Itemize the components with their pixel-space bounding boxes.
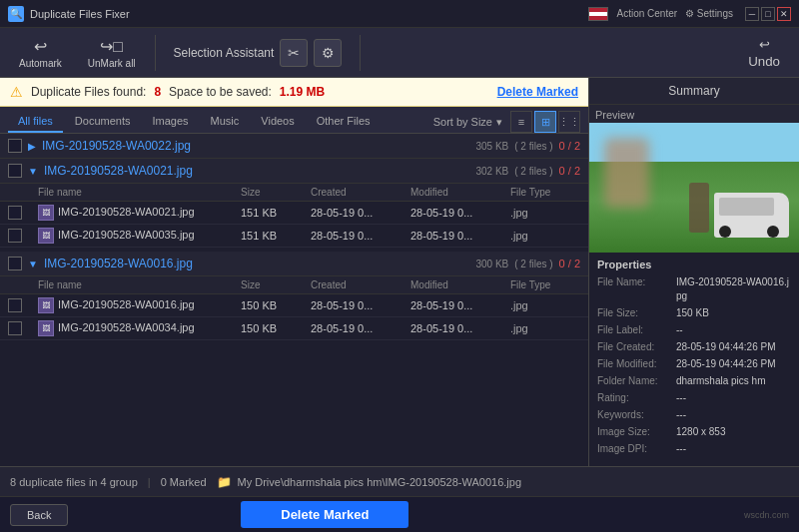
file-checkbox[interactable]	[8, 206, 22, 220]
prop-value-rating: ---	[676, 391, 686, 405]
info-bar: ⚠ Duplicate Files found: 8 Space to be s…	[0, 78, 588, 107]
group3-arrow-icon[interactable]: ▼	[28, 259, 38, 269]
bottom-bar: Back Delete Marked wscdn.com	[0, 496, 799, 532]
col-name-3: File name	[38, 279, 241, 290]
back-button[interactable]: Back	[10, 504, 68, 526]
file-created-cell: 28-05-19 0...	[311, 230, 410, 242]
file-icon: 🖼	[38, 320, 54, 336]
tab-images[interactable]: Images	[142, 111, 198, 133]
col-type-3: File Type	[510, 279, 580, 290]
file-modified-cell: 28-05-19 0...	[410, 322, 510, 334]
file-created-cell: 28-05-19 0...	[311, 299, 410, 311]
view-grid-button[interactable]: ⋮⋮	[558, 111, 580, 133]
undo-icon: ↩	[759, 37, 770, 52]
prop-row-created: File Created: 28-05-19 04:44:26 PM	[597, 340, 791, 354]
col-name-2: File name	[38, 187, 241, 198]
unmark-all-label: UnMark all	[88, 58, 136, 69]
summary-header: Summary	[589, 78, 799, 105]
col-type-2: File Type	[510, 187, 580, 198]
undo-button[interactable]: ↩ Undo	[737, 32, 791, 74]
tab-documents[interactable]: Documents	[65, 111, 141, 133]
delete-marked-link[interactable]: Delete Marked	[497, 85, 578, 99]
prop-value-filelabel: --	[676, 323, 683, 337]
right-panel: Summary Preview Properties	[589, 78, 799, 466]
group1-info: ( 2 files )	[514, 141, 552, 152]
group3-count: 0 / 2	[559, 258, 580, 269]
prop-value-imagesize: 1280 x 853	[676, 425, 726, 439]
file-size-cell: 150 KB	[241, 299, 311, 311]
action-center-link[interactable]: Action Center	[616, 8, 677, 19]
titlebar-controls: Action Center ⚙ Settings ─ □ ✕	[588, 7, 791, 21]
file-size-cell: 150 KB	[241, 322, 311, 334]
file-icon: 🖼	[38, 205, 54, 221]
group2-size: 302 KB	[475, 166, 508, 177]
file-checkbox[interactable]	[8, 321, 22, 335]
group-header-2: ▼ IMG-20190528-WA0021.jpg 302 KB ( 2 fil…	[0, 159, 588, 184]
file-type-cell: .jpg	[510, 322, 580, 334]
group-header-1: ▶ IMG-20190528-WA0022.jpg 305 KB ( 2 fil…	[0, 134, 588, 159]
app-title: Duplicate Files Fixer	[30, 8, 582, 20]
toolbar: ↩ Automark ↪□ UnMark all Selection Assis…	[0, 28, 799, 78]
minimize-button[interactable]: ─	[745, 7, 759, 21]
prop-label-filelabel: File Label:	[597, 323, 672, 337]
prop-label-keywords: Keywords:	[597, 408, 672, 422]
automark-button[interactable]: ↩ Automark	[8, 32, 73, 74]
file-type-cell: .jpg	[510, 299, 580, 311]
view-list-button[interactable]: ≡	[510, 111, 532, 133]
prop-row-imagesize: Image Size: 1280 x 853	[597, 425, 791, 439]
table-row[interactable]: 🖼IMG-20190528-WA0021.jpg 151 KB 28-05-19…	[0, 202, 588, 225]
col-size-2: Size	[241, 187, 311, 198]
col-created-3: Created	[311, 279, 410, 290]
prop-label-filesize: File Size:	[597, 306, 672, 320]
group1-size: 305 KB	[475, 141, 508, 152]
group-info: 8 duplicate files in 4 group	[10, 476, 138, 488]
delete-marked-button[interactable]: Delete Marked	[241, 501, 408, 528]
sort-control: Sort by Size ▾	[433, 116, 502, 129]
file-created-cell: 28-05-19 0...	[311, 322, 410, 334]
sa-wrench-button[interactable]: ⚙	[314, 39, 342, 67]
table-row[interactable]: 🖼IMG-20190528-WA0016.jpg 150 KB 28-05-19…	[0, 294, 588, 317]
tab-other-files[interactable]: Other Files	[307, 111, 381, 133]
file-checkbox[interactable]	[8, 298, 22, 312]
tab-all-files[interactable]: All files	[8, 111, 63, 133]
close-button[interactable]: ✕	[777, 7, 791, 21]
group2-info: ( 2 files )	[514, 166, 552, 177]
col-headers-2: File name Size Created Modified File Typ…	[0, 184, 588, 202]
file-icon: 🖼	[38, 297, 54, 313]
table-row[interactable]: 🖼IMG-20190528-WA0035.jpg 151 KB 28-05-19…	[0, 225, 588, 248]
prop-label-modified: File Modified:	[597, 357, 672, 371]
file-size-cell: 151 KB	[241, 207, 311, 219]
duplicate-found-text: Duplicate Files found:	[31, 85, 146, 99]
col-created-2: Created	[311, 187, 410, 198]
automark-label: Automark	[19, 58, 62, 69]
group-header-3: ▼ IMG-20190528-WA0016.jpg 300 KB ( 2 fil…	[0, 252, 588, 276]
restore-button[interactable]: □	[761, 7, 775, 21]
file-name-cell: 🖼IMG-20190528-WA0035.jpg	[38, 228, 241, 244]
col-headers-3: File name Size Created Modified File Typ…	[0, 276, 588, 294]
group1-count: 0 / 2	[559, 140, 580, 152]
col-size-3: Size	[241, 279, 311, 290]
sa-scissors-button[interactable]: ✂	[280, 39, 308, 67]
group2-arrow-icon[interactable]: ▼	[28, 166, 38, 177]
file-name-cell: 🖼IMG-20190528-WA0016.jpg	[38, 297, 241, 313]
group2-checkbox[interactable]	[8, 164, 22, 178]
unmark-all-button[interactable]: ↪□ UnMark all	[77, 32, 147, 74]
view-detail-button[interactable]: ⊞	[534, 111, 556, 133]
prop-value-created: 28-05-19 04:44:26 PM	[676, 340, 776, 354]
tab-videos[interactable]: Videos	[251, 111, 304, 133]
prop-value-folder: dharmshala pics hm	[676, 374, 765, 388]
group1-arrow-icon[interactable]: ▶	[28, 141, 36, 152]
group1-checkbox[interactable]	[8, 139, 22, 153]
folder-icon: 📁	[217, 475, 232, 489]
prop-label-created: File Created:	[597, 340, 672, 354]
selection-assistant-label: Selection Assistant	[174, 46, 275, 60]
filter-tabs: All files Documents Images Music Videos …	[0, 107, 588, 134]
settings-link[interactable]: ⚙ Settings	[685, 8, 733, 19]
group3-checkbox[interactable]	[8, 257, 22, 270]
duplicate-count: 8	[154, 85, 161, 99]
file-checkbox[interactable]	[8, 229, 22, 243]
prop-value-filesize: 150 KB	[676, 306, 709, 320]
prop-value-keywords: ---	[676, 408, 686, 422]
tab-music[interactable]: Music	[201, 111, 250, 133]
table-row[interactable]: 🖼IMG-20190528-WA0034.jpg 150 KB 28-05-19…	[0, 317, 588, 340]
